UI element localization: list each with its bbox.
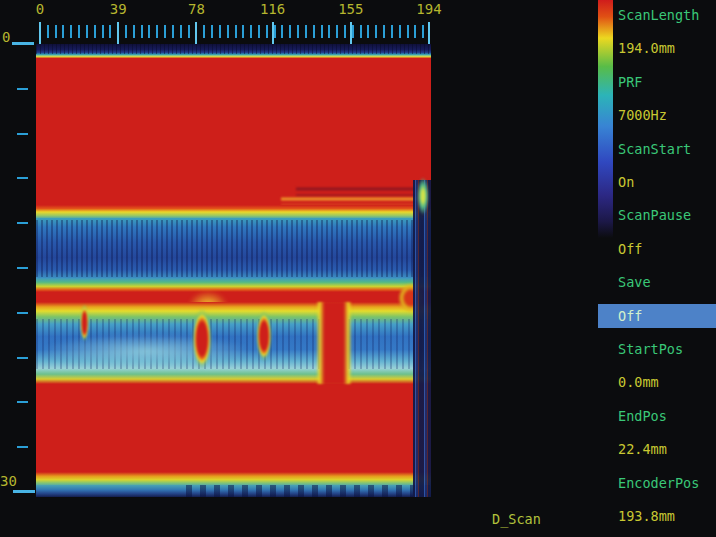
- y-minor-tick-8: [17, 401, 28, 403]
- heatmap-red-indication-3: [256, 310, 272, 362]
- y-minor-tick-3: [17, 177, 28, 179]
- heatmap-orange-streaks: [281, 196, 429, 205]
- heatmap-blue-band-1-texture: [36, 220, 431, 277]
- heatmap-interface-line-2: [36, 278, 431, 292]
- x-tick-label-0: 0: [36, 1, 44, 17]
- x-major-tick-155: [350, 22, 352, 45]
- y-minor-tick-7: [17, 357, 28, 359]
- y-minor-tick-2: [17, 133, 28, 135]
- menu-value-endpos[interactable]: 22.4mm: [598, 437, 716, 461]
- y-axis-label-top: 0: [2, 30, 10, 45]
- menu-label-endpos: EndPos: [598, 404, 716, 428]
- x-ruler-minor-ticks: [39, 25, 430, 38]
- menu-value-startpos[interactable]: 0.0mm: [598, 370, 716, 394]
- x-tick-label-155: 155: [338, 1, 363, 17]
- menu-value-encoderpos[interactable]: 193.8mm: [598, 504, 716, 528]
- menu-label-startpos: StartPos: [598, 337, 716, 361]
- menu-label-scanlength: ScanLength: [598, 3, 716, 27]
- menu-label-scanpause: ScanPause: [598, 203, 716, 227]
- heatmap-interface-line-1: [36, 205, 431, 219]
- x-major-tick-39: [117, 22, 119, 45]
- x-tick-label-39: 39: [110, 1, 127, 17]
- y-axis-label-bottom: 30: [0, 474, 17, 489]
- heatmap-bottom-texture: [186, 485, 431, 497]
- x-major-tick-194: [428, 22, 430, 45]
- y-minor-tick-5: [17, 267, 28, 269]
- menu-label-encoderpos: EncoderPos: [598, 471, 716, 495]
- y-minor-tick-9: [17, 446, 28, 448]
- y-axis-major-tick-bottom: [13, 490, 35, 493]
- heatmap-light-region: [41, 334, 251, 368]
- menu-value-scanpause[interactable]: Off: [598, 237, 716, 261]
- heatmap-scan-end-stripes: [413, 180, 431, 497]
- heatmap-dark-streaks: [296, 186, 428, 196]
- y-minor-tick-6: [17, 312, 28, 314]
- menu-value-prf[interactable]: 7000Hz: [598, 103, 716, 127]
- heatmap-backwall-transition: [36, 472, 431, 486]
- menu-label-prf: PRF: [598, 70, 716, 94]
- heatmap-red-indication-2: [192, 308, 212, 370]
- x-tick-label-116: 116: [260, 1, 285, 17]
- heatmap-red-column: [316, 302, 352, 384]
- y-axis-major-tick-top: [12, 42, 34, 45]
- x-tick-label-78: 78: [188, 1, 205, 17]
- menu-label-scanstart: ScanStart: [598, 137, 716, 161]
- y-minor-tick-1: [17, 88, 28, 90]
- y-minor-tick-4: [17, 222, 28, 224]
- x-major-tick-0: [39, 22, 41, 45]
- x-tick-label-194: 194: [416, 1, 441, 17]
- menu-value-save[interactable]: Off: [598, 304, 716, 328]
- menu-value-scanstart[interactable]: On: [598, 170, 716, 194]
- heatmap-surface-texture: [36, 44, 431, 54]
- x-major-tick-78: [195, 22, 197, 45]
- dscan-mode-label: D_Scan: [492, 511, 541, 527]
- heatmap-red-indication-1: [80, 304, 89, 342]
- menu-value-scanlength[interactable]: 194.0mm: [598, 36, 716, 60]
- menu-label-save: Save: [598, 270, 716, 294]
- x-major-tick-116: [272, 22, 274, 45]
- heatmap-scan-end-spike: [417, 177, 429, 215]
- dscan-heatmap: [36, 44, 431, 497]
